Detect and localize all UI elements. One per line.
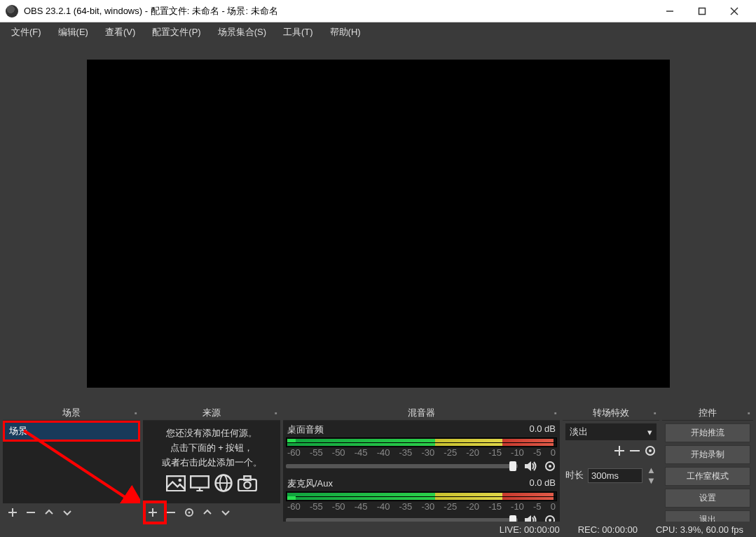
transitions-dock: 转场特效▪ 淡出▾ 时长 ▲▼	[563, 405, 659, 522]
mixer-header[interactable]: 混音器▪	[283, 405, 560, 421]
source-settings-button[interactable]	[184, 507, 195, 518]
svg-rect-10	[191, 476, 209, 487]
transitions-title: 转场特效	[593, 407, 629, 419]
meter-ticks: -60-55-50-45-40-35-30-25-20-15-10-50	[286, 501, 557, 512]
sources-title: 来源	[202, 407, 221, 419]
status-live: LIVE: 00:00:00	[500, 524, 560, 535]
sources-dock: 来源▪ 您还没有添加任何源。 点击下面的 + 按钮， 或者右击此处添加一个。	[143, 405, 280, 522]
exit-button[interactable]: 退出	[665, 510, 750, 522]
svg-rect-1	[699, 8, 706, 14]
speaker-icon[interactable]	[523, 459, 537, 473]
menu-file[interactable]: 文件(F)	[4, 24, 48, 41]
docks-row: 场景▪ 场景 来源▪ 您还没有添加任何源。	[0, 405, 756, 522]
vu-meter	[286, 491, 557, 501]
undock-icon[interactable]: ▪	[654, 409, 657, 417]
menu-profile[interactable]: 配置文件(P)	[145, 24, 207, 41]
source-add-button[interactable]	[147, 507, 158, 518]
sources-header[interactable]: 来源▪	[143, 405, 280, 421]
mixer-dock: 混音器▪ 桌面音频0.0 dB -60-55-50-45-40-35-30-25…	[283, 405, 560, 522]
sources-empty-message: 您还没有添加任何源。 点击下面的 + 按钮， 或者右击此处添加一个。	[146, 423, 277, 473]
mixer-title: 混音器	[408, 407, 435, 419]
svg-rect-17	[244, 476, 250, 480]
menu-help[interactable]: 帮助(H)	[323, 24, 368, 41]
svg-point-9	[178, 478, 181, 482]
svg-point-18	[244, 482, 250, 488]
scene-remove-button[interactable]	[25, 507, 36, 518]
menu-view[interactable]: 查看(V)	[98, 24, 142, 41]
undock-icon[interactable]: ▪	[275, 409, 277, 417]
sources-toolbar	[143, 503, 280, 522]
svg-point-23	[188, 512, 191, 514]
duration-input[interactable]	[588, 468, 642, 483]
volume-slider[interactable]	[286, 464, 518, 468]
svg-marker-27	[525, 515, 531, 522]
svg-point-26	[549, 465, 551, 468]
duration-spinner[interactable]: ▲▼	[647, 465, 657, 486]
window-titlebar: OBS 23.2.1 (64-bit, windows) - 配置文件: 未命名…	[0, 0, 756, 22]
mixer-channel-mic-aux: 麦克风/Aux0.0 dB -60-55-50-45-40-35-30-25-2…	[286, 477, 557, 522]
close-button[interactable]	[718, 0, 750, 22]
channel-name: 桌面音频	[287, 423, 324, 436]
svg-rect-8	[167, 476, 185, 491]
studio-mode-button[interactable]: 工作室模式	[665, 467, 750, 486]
channel-db: 0.0 dB	[529, 423, 556, 436]
duration-label: 时长	[565, 469, 584, 482]
preview-area	[0, 42, 756, 405]
scenes-header[interactable]: 场景▪	[3, 405, 140, 421]
undock-icon[interactable]: ▪	[554, 409, 557, 417]
window-title: OBS 23.2.1 (64-bit, windows) - 配置文件: 未命名…	[24, 5, 654, 18]
camera-icon	[238, 475, 257, 491]
channel-db: 0.0 dB	[529, 477, 556, 490]
scene-move-down-button[interactable]	[62, 507, 73, 518]
source-move-up-button[interactable]	[202, 507, 213, 518]
meter-ticks: -60-55-50-45-40-35-30-25-20-15-10-50	[286, 447, 557, 458]
menu-edit[interactable]: 编辑(E)	[51, 24, 95, 41]
status-rec: REC: 00:00:00	[578, 524, 638, 535]
minimize-button[interactable]	[654, 0, 686, 22]
volume-slider[interactable]	[286, 518, 518, 522]
transition-select[interactable]: 淡出▾	[565, 423, 657, 440]
maximize-button[interactable]	[686, 0, 718, 22]
start-recording-button[interactable]: 开始录制	[665, 445, 750, 464]
controls-dock: 控件▪ 开始推流 开始录制 工作室模式 设置 退出	[662, 405, 753, 522]
controls-header[interactable]: 控件▪	[662, 405, 753, 421]
menubar: 文件(F) 编辑(E) 查看(V) 配置文件(P) 场景集合(S) 工具(T) …	[0, 22, 756, 42]
vu-meter	[286, 437, 557, 447]
sources-placeholder-icons	[146, 475, 277, 491]
menu-tools[interactable]: 工具(T)	[276, 24, 320, 41]
scenes-toolbar	[3, 503, 140, 522]
source-move-down-button[interactable]	[220, 507, 231, 518]
undock-icon[interactable]: ▪	[135, 409, 137, 417]
scenes-dock: 场景▪ 场景	[3, 405, 140, 522]
chevron-down-icon: ▾	[647, 427, 652, 437]
gear-icon[interactable]	[543, 513, 557, 522]
transition-remove-button[interactable]	[628, 444, 641, 459]
scene-item-active[interactable]: 场景	[3, 421, 140, 442]
scenes-title: 场景	[62, 407, 81, 419]
channel-name: 麦克风/Aux	[287, 477, 333, 490]
transitions-header[interactable]: 转场特效▪	[563, 405, 659, 421]
transition-add-button[interactable]	[613, 444, 626, 459]
settings-button[interactable]: 设置	[665, 489, 750, 508]
start-streaming-button[interactable]: 开始推流	[665, 423, 750, 442]
status-cpu: CPU: 3.9%, 60.00 fps	[656, 524, 743, 535]
menu-scene-collection[interactable]: 场景集合(S)	[211, 24, 273, 41]
undock-icon[interactable]: ▪	[748, 409, 750, 417]
svg-point-29	[549, 519, 551, 522]
status-bar: LIVE: 00:00:00 REC: 00:00:00 CPU: 3.9%, …	[0, 522, 756, 537]
image-icon	[166, 475, 186, 491]
svg-point-34	[649, 449, 652, 452]
controls-title: 控件	[699, 407, 717, 419]
transition-settings-button[interactable]	[644, 444, 657, 459]
globe-icon	[214, 475, 233, 491]
svg-marker-24	[525, 461, 531, 471]
scene-move-up-button[interactable]	[43, 507, 55, 518]
scene-add-button[interactable]	[7, 507, 18, 518]
gear-icon[interactable]	[543, 459, 557, 473]
obs-logo-icon	[6, 5, 18, 18]
source-remove-button[interactable]	[165, 507, 177, 518]
preview-canvas[interactable]	[87, 60, 670, 388]
display-icon	[190, 475, 209, 491]
mixer-channel-desktop-audio: 桌面音频0.0 dB -60-55-50-45-40-35-30-25-20-1…	[286, 423, 557, 473]
speaker-icon[interactable]	[523, 513, 537, 522]
